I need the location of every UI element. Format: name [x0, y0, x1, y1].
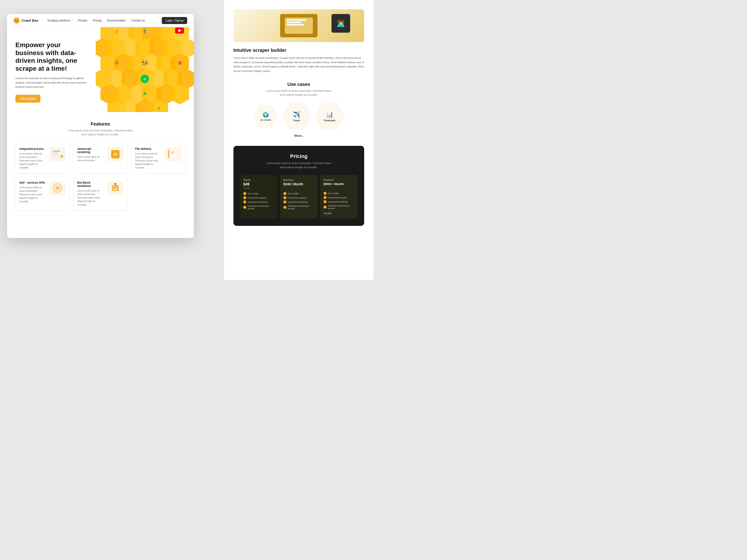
- hero-section: Empower your business with data-driven i…: [7, 27, 194, 112]
- premium-tier: Premium: [324, 179, 354, 181]
- use-case-item-financials[interactable]: 📊 Financials: [314, 103, 345, 130]
- premium-feature-3: ✓ Javascript rendering: [324, 200, 354, 203]
- svg-text:f: f: [144, 28, 146, 35]
- scraper-builder-body: Lorem ipsum dolor sit amet consectetur. …: [233, 56, 364, 73]
- svg-text:G: G: [114, 60, 119, 65]
- pricing-title: Pricing: [240, 153, 358, 159]
- rentals-label: ion rentals: [260, 119, 271, 121]
- starter-period: / Month: [243, 187, 274, 189]
- rentals-icon: 🌍: [263, 112, 269, 118]
- browser-window: 🐝 Crawl Bee Scraping solutions ▾ Proxies…: [7, 14, 194, 238]
- hero-title: Empower your business with data-driven i…: [16, 41, 87, 72]
- travel-label: Travel: [293, 119, 300, 122]
- starter-feature-2: ✓ Concurrent request: [243, 196, 274, 199]
- api-illustration: API: [49, 181, 66, 195]
- pricing-subtitle: Lorem ipsum dolor sit amet consectetur. …: [240, 161, 358, 169]
- svg-rect-56: [171, 155, 174, 155]
- nav-scraping-solutions[interactable]: Scraping solutions ▾: [45, 18, 75, 24]
- nav-links: Scraping solutions ▾ Proxies Pricing Doc…: [45, 18, 162, 24]
- svg-rect-49: [53, 152, 57, 153]
- feature-bot-block-avoidance: Bot Block avoidance Lorem ipsum dolor si…: [73, 177, 127, 211]
- bot-illustration: [107, 181, 124, 195]
- business-tier: Business: [283, 179, 314, 181]
- svg-text:⚙: ⚙: [143, 77, 146, 81]
- features-grid: Integrated proxies Lorem ipsum dolor sit…: [16, 143, 185, 211]
- features-section: Features Lorem ipsum dolor sit amet cons…: [7, 112, 194, 217]
- nav-pricing[interactable]: Pricing: [91, 18, 104, 24]
- nav-proxies[interactable]: Proxies: [76, 18, 89, 24]
- svg-text:A: A: [114, 28, 119, 35]
- svg-rect-65: [114, 189, 117, 190]
- svg-rect-48: [53, 151, 60, 152]
- feature-js-rendering: Javascript rendering Lorem ipsum dolor s…: [73, 143, 127, 174]
- starter-tier: Starter: [243, 179, 274, 181]
- travel-icon: ✈️: [293, 111, 300, 118]
- navigation: 🐝 Crawl Bee Scraping solutions ▾ Proxies…: [7, 14, 194, 27]
- business-feature-1: ✓ API Credits: [283, 192, 314, 195]
- svg-text:API: API: [55, 187, 59, 190]
- feature-integrated-proxies: Integrated proxies Lorem ipsum dolor sit…: [16, 143, 70, 174]
- feature-file-delivery: File delivery Lorem ipsum dolor sit amet…: [131, 143, 185, 174]
- starter-feature-4: ✓ Rotating and premium proxies: [243, 205, 274, 210]
- logo-icon: 🐝: [14, 18, 20, 24]
- business-feature-2: ✓ Concurrent request: [283, 196, 314, 199]
- pricing-card-premium: Premium $500+ / Month ✓ API Credits ✓ Co…: [320, 175, 358, 218]
- nav-contact[interactable]: Contact us: [129, 18, 147, 24]
- pricing-section: Pricing Lorem ipsum dolor sit amet conse…: [233, 146, 364, 226]
- nav-documentation[interactable]: Documentation: [105, 18, 128, 24]
- pricing-card-starter: Starter $49 / Month ✓ API Credits ✓ Conc…: [240, 175, 277, 218]
- svg-point-67: [114, 183, 116, 185]
- svg-text:🐝: 🐝: [141, 59, 149, 66]
- chevron-down-icon: ▾: [71, 19, 72, 22]
- business-feature-3: ✓ Javascript rendering: [283, 201, 314, 204]
- svg-text:★: ★: [143, 90, 147, 96]
- scraper-builder-title: Intuitive scraper builder: [233, 48, 364, 53]
- use-cases-title: Use cases: [233, 82, 364, 87]
- starter-feature-1: ✓ API Credits: [243, 192, 274, 195]
- hero-subtitle: Unlock the potential of web scraping tec…: [16, 76, 87, 89]
- scraper-builder-section: Intuitive scraper builder Lorem ipsum do…: [233, 48, 364, 73]
- premium-feature-1: ✓ API Credits: [324, 192, 354, 195]
- premium-feature-2: ✓ Concurrent request: [324, 196, 354, 199]
- use-case-item-travel[interactable]: ✈️ Travel: [281, 103, 312, 130]
- svg-rect-54: [171, 152, 175, 152]
- pricing-card-business: Business $249 / Month ✓ API Credits ✓ Co…: [280, 175, 317, 218]
- feature-self-services-apis: Self - services APIs Lorem ipsum dolor s…: [16, 177, 70, 211]
- logo-text: Crawl Bee: [22, 19, 38, 22]
- svg-rect-51: [60, 155, 63, 158]
- financials-label: Financials: [324, 119, 335, 122]
- login-signup-button[interactable]: Login / Signup: [162, 17, 187, 24]
- get-started-button[interactable]: Get started: [16, 95, 41, 103]
- logo[interactable]: 🐝 Crawl Bee: [14, 18, 38, 24]
- svg-text:✿: ✿: [178, 60, 182, 65]
- starter-price: $49: [243, 182, 274, 186]
- use-cases-section: Use cases Lorem ipsum dolor sit amet con…: [233, 82, 364, 137]
- premium-price: $500+ / Month: [324, 182, 354, 186]
- svg-rect-50: [53, 154, 59, 155]
- features-subtitle: Lorem ipsum dolor sit amet consectetur. …: [16, 129, 185, 137]
- file-illustration: [165, 147, 181, 161]
- use-cases-subtitle: Lorem ipsum dolor sit amet consectetur. …: [233, 89, 364, 97]
- use-case-item-rentals[interactable]: 🌍 ion rentals: [253, 105, 279, 128]
- business-feature-4: ✓ Rotating and premium proxies: [283, 205, 314, 210]
- starter-feature-3: ✓ Javascript rendering: [243, 201, 274, 204]
- business-price: $249 / Month: [283, 182, 314, 186]
- svg-point-64: [116, 187, 117, 188]
- credits-label: Credits: [324, 212, 354, 215]
- svg-rect-55: [171, 153, 174, 154]
- features-title: Features: [16, 121, 185, 127]
- honeycomb-illustration: A f G 🐝 ✿ ⚙ ★: [96, 27, 194, 112]
- more-link[interactable]: More..: [233, 134, 364, 137]
- js-illustration: JS: [107, 147, 124, 161]
- svg-rect-60: [112, 185, 119, 191]
- premium-feature-4: ✓ Rotating and premium proxies: [324, 205, 354, 210]
- svg-text:?: ?: [157, 106, 160, 111]
- proxies-illustration: [49, 147, 66, 161]
- svg-point-63: [113, 187, 114, 188]
- financials-icon: 📊: [326, 111, 333, 118]
